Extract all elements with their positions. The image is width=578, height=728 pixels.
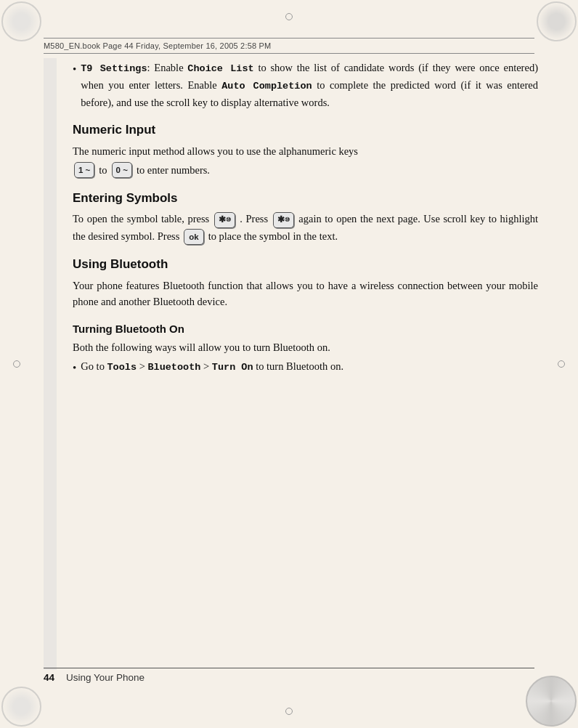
key-0: 0 ~ xyxy=(112,162,132,178)
mid-dot-left xyxy=(13,360,20,368)
mid-dot-right xyxy=(558,360,565,368)
mid-dot-bottom xyxy=(285,708,293,715)
t9-settings-section: • T9 Settings: Enable Choice List to sho… xyxy=(73,60,538,110)
key-1: 1 ~ xyxy=(74,162,94,178)
key-star2: ✱⑩ xyxy=(273,212,294,228)
main-content: • T9 Settings: Enable Choice List to sho… xyxy=(73,60,538,663)
choice-list: Choice List xyxy=(187,63,253,74)
turning-on-heading: Turning Bluetooth On xyxy=(73,320,538,337)
header-text: M580_EN.book Page 44 Friday, September 1… xyxy=(44,41,271,50)
suffix: to turn Bluetooth on. xyxy=(253,360,343,372)
turning-on-section: Turning Bluetooth On Both the following … xyxy=(73,320,538,377)
corner-decoration-tl xyxy=(1,1,41,41)
turn-on-label: Turn On xyxy=(212,362,253,373)
mid-dot-top xyxy=(285,13,293,20)
numeric-body-text: The numeric input method allows you to u… xyxy=(73,145,358,157)
using-bluetooth-body: Your phone features Bluetooth function t… xyxy=(73,278,538,310)
entering-symbols-section: Entering Symbols To open the symbol tabl… xyxy=(73,189,538,246)
corner-decoration-bl xyxy=(1,687,41,727)
numeric-key-row: 1 ~ to 0 ~ to enter numbers. xyxy=(73,162,538,178)
entering-symbols-heading: Entering Symbols xyxy=(73,189,538,208)
corner-decoration-tr xyxy=(537,1,577,41)
key-ok: ok xyxy=(184,229,204,245)
auto-completion: Auto Completion xyxy=(221,81,312,92)
key-star1: ✱⑩ xyxy=(214,212,235,228)
footer-label: Using Your Phone xyxy=(66,672,144,683)
gt1: > xyxy=(137,360,147,372)
to-text: to xyxy=(99,162,107,178)
left-strip xyxy=(44,58,57,670)
entering-symbols-body: To open the symbol table, press ✱⑩ . Pre… xyxy=(73,211,538,245)
numeric-input-heading: Numeric Input xyxy=(73,121,538,139)
t9-text1: : Enable xyxy=(147,62,188,73)
go-to-label: Go to xyxy=(81,360,107,372)
bluetooth-label: Bluetooth xyxy=(147,362,200,373)
footer: 44 Using Your Phone xyxy=(44,668,534,683)
numeric-body2: to enter numbers. xyxy=(137,162,210,178)
sym-body4: to place the symbol in the text. xyxy=(208,230,338,242)
using-bluetooth-section: Using Bluetooth Your phone features Blue… xyxy=(73,255,538,310)
corner-decoration-br xyxy=(526,676,577,727)
numeric-input-section: Numeric Input The numeric input method a… xyxy=(73,121,538,178)
gt2: > xyxy=(200,360,211,372)
using-bluetooth-heading: Using Bluetooth xyxy=(73,255,538,274)
bullet-dot: • xyxy=(73,61,76,110)
header-bar: M580_EN.book Page 44 Friday, September 1… xyxy=(44,38,534,54)
tools-label: Tools xyxy=(107,362,137,373)
footer-page-number: 44 xyxy=(44,672,54,683)
t9-label: T9 Settings xyxy=(81,63,147,74)
sym-body1: To open the symbol table, press xyxy=(73,213,209,225)
sym-body2: . Press xyxy=(240,213,268,225)
t9-bullet-item: • T9 Settings: Enable Choice List to sho… xyxy=(73,60,538,110)
bullet-dot-2: • xyxy=(73,360,76,376)
turning-on-bullet: • Go to Tools > Bluetooth > Turn On to t… xyxy=(73,358,538,376)
numeric-input-body: The numeric input method allows you to u… xyxy=(73,143,538,159)
turning-on-bullet-text: Go to Tools > Bluetooth > Turn On to tur… xyxy=(81,358,343,376)
turning-on-body: Both the following ways will allow you t… xyxy=(73,339,538,355)
t9-bullet-text: T9 Settings: Enable Choice List to show … xyxy=(81,60,538,110)
